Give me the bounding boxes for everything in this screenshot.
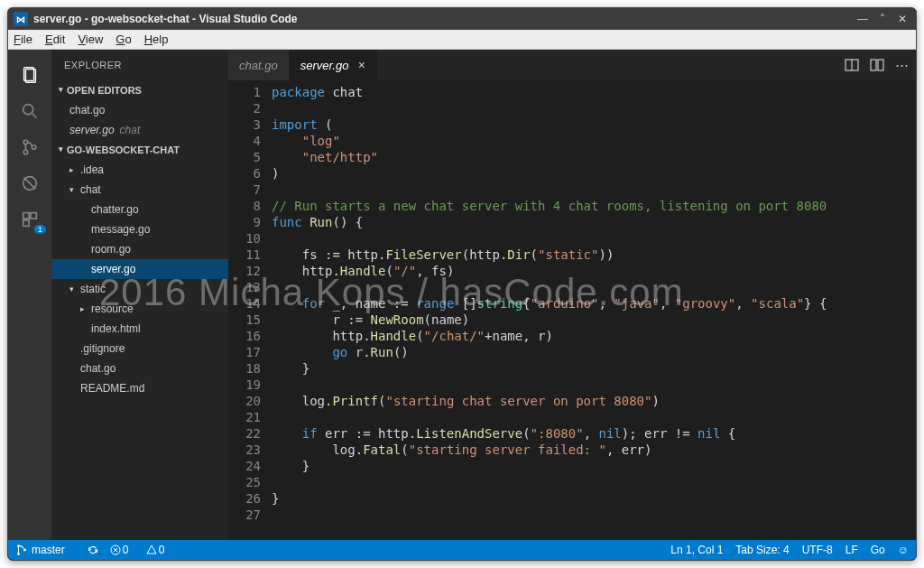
editor-area: chat.goserver.go× ⋯ 12345678910111213141… [228,50,916,540]
svg-line-8 [24,178,36,190]
status-branch[interactable]: master [15,544,76,556]
chevron-down-icon: ▾ [59,85,63,94]
main-area: 1 EXPLORER ▾ OPEN EDITORS chat.goserver.… [8,50,916,540]
editor-tab[interactable]: chat.go [228,50,290,80]
menu-bar: File Edit View Go Help [8,30,916,50]
svg-rect-11 [23,220,29,226]
svg-rect-10 [31,213,36,219]
svg-line-3 [32,114,37,118]
editor-tab[interactable]: server.go× [290,50,377,80]
file-tree-item[interactable]: ▾static [51,279,228,299]
file-tree-item[interactable]: README.md [51,378,228,398]
code-content[interactable]: package chat import ( "log" "net/http") … [272,80,916,540]
status-eol[interactable]: LF [845,544,858,556]
file-tree-item[interactable]: chat.go [51,358,228,378]
file-tree-item[interactable]: message.go [51,219,228,239]
tab-actions: ⋯ [834,50,916,80]
menu-edit[interactable]: Edit [45,33,65,46]
close-window-button[interactable]: ✕ [894,13,910,25]
close-tab-icon[interactable]: × [357,58,365,72]
menu-help[interactable]: Help [144,33,169,46]
file-tree-item[interactable]: ▸.idea [51,160,228,180]
svg-point-4 [23,140,28,144]
svg-point-17 [17,553,20,555]
activity-debug[interactable] [8,165,51,201]
window-title: server.go - go-websocket-chat - Visual S… [33,13,851,25]
minimize-button[interactable]: — [855,13,871,25]
svg-rect-14 [871,60,876,70]
file-tree-item[interactable]: server.go [51,259,228,279]
line-number-gutter: 1234567891011121314151617181920212223242… [228,80,272,540]
tab-bar: chat.goserver.go× ⋯ [228,50,916,80]
menu-file[interactable]: File [14,33,32,46]
chevron-down-icon: ▾ [59,144,63,154]
folder-header[interactable]: ▾ GO-WEBSOCKET-CHAT [51,140,228,160]
folder-label: GO-WEBSOCKET-CHAT [67,144,180,155]
status-bar: master 0 0 Ln 1, Col 1 Tab Size: 4 UTF-8… [8,540,916,560]
split-editor-icon[interactable] [845,58,859,72]
title-bar: ⋈ server.go - go-websocket-chat - Visual… [8,8,916,30]
status-sync[interactable] [87,544,99,556]
file-tree-item[interactable]: room.go [51,239,228,259]
vscode-icon: ⋈ [14,12,28,26]
open-editors-label: OPEN EDITORS [67,85,142,96]
status-tabsize[interactable]: Tab Size: 4 [735,544,789,556]
file-tree-item[interactable]: ▾chat [51,180,228,200]
status-language[interactable]: Go [871,544,885,556]
status-feedback-icon[interactable]: ☺ [898,544,909,556]
app-window: ⋈ server.go - go-websocket-chat - Visual… [7,7,917,561]
open-editor-item[interactable]: server.gochat [51,120,228,140]
menu-view[interactable]: View [78,33,103,46]
explorer-sidebar: EXPLORER ▾ OPEN EDITORS chat.goserver.go… [51,50,228,540]
editor-layout-icon[interactable] [870,58,884,72]
svg-point-18 [23,549,26,552]
open-editor-item[interactable]: chat.go [51,100,228,120]
svg-point-6 [32,145,36,150]
extensions-badge: 1 [34,225,46,234]
svg-rect-9 [23,213,29,219]
open-editors-header[interactable]: ▾ OPEN EDITORS [51,80,228,100]
activity-explorer[interactable] [8,57,51,93]
file-tree-item[interactable]: index.html [51,319,228,339]
maximize-button[interactable]: ˄ [874,13,891,25]
file-tree-item[interactable]: ▸resource [51,299,228,319]
status-cursor[interactable]: Ln 1, Col 1 [670,544,723,556]
svg-rect-15 [878,60,883,70]
file-tree-item[interactable]: .gitignore [51,339,228,358]
more-actions-icon[interactable]: ⋯ [895,57,909,73]
svg-point-2 [23,105,33,115]
code-editor[interactable]: 1234567891011121314151617181920212223242… [228,80,916,540]
sidebar-title: EXPLORER [51,50,228,80]
activity-bar: 1 [8,50,51,540]
activity-scm[interactable] [8,129,51,165]
activity-search[interactable] [8,93,51,129]
svg-point-5 [23,150,28,154]
status-encoding[interactable]: UTF-8 [802,544,833,556]
file-tree-item[interactable]: chatter.go [51,200,228,219]
status-problems[interactable]: 0 0 [110,544,176,556]
activity-extensions[interactable]: 1 [8,201,51,237]
menu-go[interactable]: Go [116,33,131,46]
